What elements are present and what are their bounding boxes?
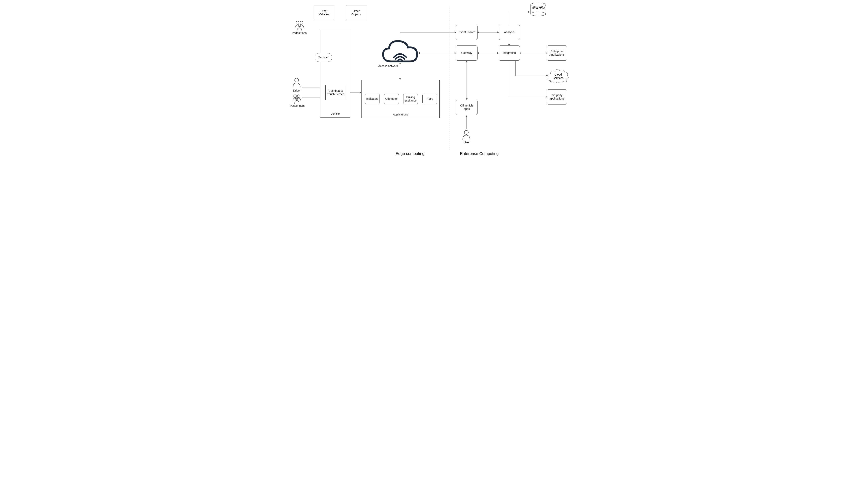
label-passengers: Passengers — [289, 104, 305, 108]
label-vehicle: Vehicle — [330, 112, 340, 116]
label-other-objects: Other Objects — [348, 10, 364, 16]
node-analysis: Analysis — [499, 25, 520, 40]
label-driver: Driver — [292, 89, 302, 92]
label-off-vehicle-apps: Off vehicle apps — [458, 104, 476, 111]
node-driving-assistance: Driving assitance — [403, 94, 418, 104]
node-third-party: 3rd party applications — [547, 89, 567, 104]
section-enterprise: Enterprise Computing — [456, 151, 502, 156]
label-applications: Applications — [393, 113, 408, 116]
node-event-broker: Event Broker — [456, 25, 477, 40]
label-gateway: Gateway — [461, 51, 472, 55]
label-event-broker: Event Broker — [459, 31, 475, 34]
label-user: User — [463, 141, 470, 144]
label-sensors: Sensors — [318, 56, 328, 59]
node-integration: Integration — [499, 45, 520, 61]
user-icon — [463, 130, 470, 139]
label-odometer: Odometer — [385, 97, 398, 101]
label-access-network: Access network — [376, 64, 400, 68]
label-analysis: Analysis — [504, 31, 514, 34]
node-apps: Apps — [422, 94, 437, 104]
node-other-vehicles: Other Vehicles — [314, 5, 334, 20]
label-driving-assistance: Driving assitance — [405, 96, 416, 102]
pedestrians-icon — [295, 21, 304, 31]
node-enterprise-applications: Enterprise Applications — [547, 45, 567, 61]
container-vehicle: Vehicle — [320, 30, 350, 118]
label-data-store: Data store — [532, 6, 545, 10]
label-cloud-services: Cloud Services — [552, 73, 564, 80]
diagram-canvas: Other Vehicles Other Objects Pedestrians… — [282, 0, 586, 164]
svg-point-7 — [464, 130, 468, 134]
label-integration: Integration — [503, 51, 516, 55]
section-edge: Edge computing — [392, 151, 428, 156]
label-apps: Apps — [427, 97, 433, 101]
label-other-vehicles: Other Vehicles — [316, 10, 332, 16]
node-odometer: Odometer — [384, 94, 399, 104]
cloud-icon — [383, 41, 417, 61]
node-other-objects: Other Objects — [346, 5, 366, 20]
node-off-vehicle-apps: Off vehicle apps — [456, 100, 477, 115]
svg-point-9 — [531, 12, 546, 16]
passengers-icon — [293, 95, 301, 104]
svg-point-6 — [295, 97, 298, 100]
svg-point-4 — [294, 95, 296, 97]
node-gateway: Gateway — [456, 45, 477, 61]
svg-point-1 — [300, 21, 303, 24]
node-sensors: Sensors — [314, 53, 332, 62]
svg-point-5 — [297, 95, 300, 97]
label-enterprise-applications: Enterprise Applications — [549, 50, 565, 57]
svg-point-0 — [296, 21, 299, 24]
label-dashboard: Dashboard/ Touch Screen — [327, 89, 344, 96]
svg-point-8 — [531, 3, 546, 7]
label-pedestrians: Pedestrians — [291, 31, 307, 35]
svg-point-2 — [298, 24, 301, 27]
label-indicators: Indicators — [366, 97, 379, 101]
label-third-party: 3rd party applications — [549, 94, 565, 100]
node-dashboard: Dashboard/ Touch Screen — [325, 85, 346, 100]
driver-icon — [293, 78, 300, 87]
node-indicators: Indicators — [365, 94, 380, 104]
svg-point-3 — [295, 78, 299, 82]
